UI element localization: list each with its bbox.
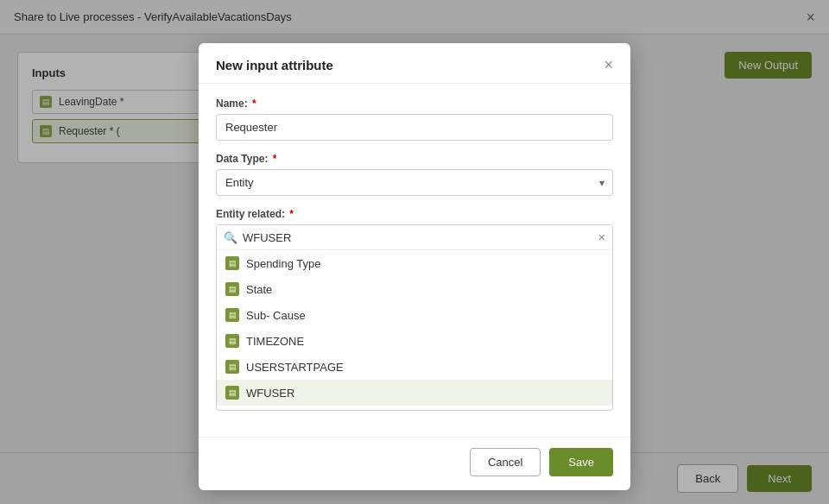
- entity-related-required: *: [289, 208, 294, 220]
- list-item[interactable]: ▤ TIMEZONE: [217, 328, 612, 354]
- entity-dropdown-list[interactable]: ▤ Spending Type ▤ State ▤ Sub- Cause ▤: [217, 250, 612, 410]
- name-required: *: [252, 98, 256, 110]
- item-label: Spending Type: [246, 257, 321, 270]
- list-item[interactable]: ▤ Sub- Cause: [217, 302, 612, 328]
- item-label: Sub- Cause: [246, 309, 306, 322]
- save-button[interactable]: Save: [549, 448, 613, 476]
- item-label: WFUSER: [246, 387, 294, 400]
- new-input-attribute-modal: New input attribute × Name: * Data Type:…: [199, 43, 630, 490]
- modal-title: New input attribute: [216, 58, 333, 72]
- item-label: State: [246, 283, 272, 296]
- modal-footer: Cancel Save: [199, 437, 630, 490]
- entity-search-input[interactable]: [243, 231, 598, 244]
- list-item[interactable]: ▤ WORKINGTIMESCHEMA: [217, 406, 612, 410]
- entity-related-label: Entity related: *: [216, 208, 613, 220]
- name-input[interactable]: [216, 114, 613, 141]
- list-item[interactable]: ▤ Spending Type: [217, 250, 612, 276]
- db-icon: ▤: [225, 386, 239, 400]
- modal-header: New input attribute ×: [199, 43, 630, 84]
- data-type-select[interactable]: Entity String Integer Boolean Date: [216, 169, 613, 196]
- data-type-required: *: [273, 153, 277, 165]
- data-type-field-group: Data Type: * Entity String Integer Boole…: [216, 153, 613, 196]
- db-icon: ▤: [225, 334, 239, 348]
- db-icon: ▤: [225, 282, 239, 296]
- db-icon: ▤: [225, 256, 239, 270]
- db-icon: ▤: [225, 308, 239, 322]
- dropdown-search-bar: 🔍 ×: [217, 225, 612, 250]
- modal-overlay: New input attribute × Name: * Data Type:…: [0, 0, 829, 504]
- modal-body: Name: * Data Type: * Entity String Integ…: [199, 84, 630, 437]
- entity-dropdown-container: 🔍 × ▤ Spending Type ▤ State: [216, 224, 613, 411]
- item-label: USERSTARTPAGE: [246, 361, 344, 374]
- name-field-group: Name: *: [216, 98, 613, 141]
- cancel-button[interactable]: Cancel: [470, 448, 541, 476]
- search-icon: 🔍: [224, 231, 237, 244]
- list-item[interactable]: ▤ State: [217, 276, 612, 302]
- item-label: TIMEZONE: [246, 335, 304, 348]
- clear-search-button[interactable]: ×: [598, 230, 605, 244]
- db-icon: ▤: [225, 360, 239, 374]
- entity-related-field-group: Entity related: * 🔍 × ▤ Spending Type: [216, 208, 613, 411]
- data-type-select-wrapper: Entity String Integer Boolean Date ▾: [216, 169, 613, 196]
- data-type-label: Data Type: *: [216, 153, 613, 165]
- modal-close-button[interactable]: ×: [604, 57, 613, 72]
- list-item[interactable]: ▤ WFUSER: [217, 380, 612, 406]
- list-item[interactable]: ▤ USERSTARTPAGE: [217, 354, 612, 380]
- name-label: Name: *: [216, 98, 613, 110]
